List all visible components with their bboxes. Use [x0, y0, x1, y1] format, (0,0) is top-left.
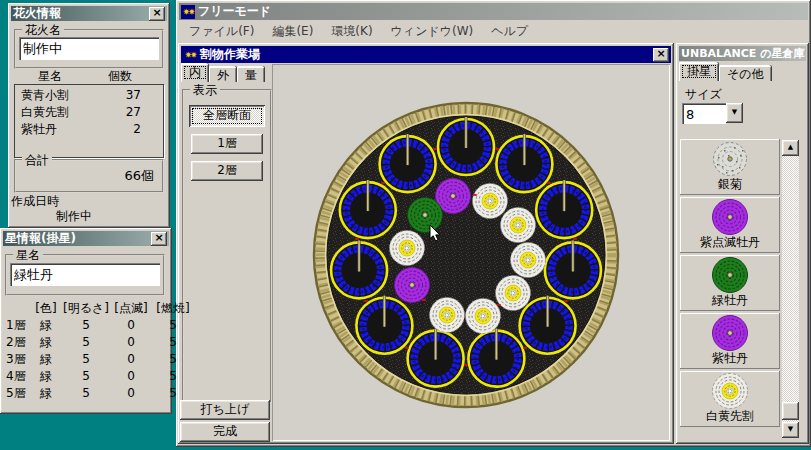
total-groupbox: 合計 66個	[14, 159, 164, 193]
layer-burn: 5	[152, 385, 194, 402]
total-group-label: 合計	[22, 152, 52, 169]
star-warehouse-window: UNBALANCE の星倉庫 掛星その他 サイズ 8 ▼ 銀菊紫点滅牡丹緑牡丹紫…	[676, 43, 809, 444]
star-count-row-1[interactable]: 白黄先割27	[15, 104, 163, 121]
star-name-input[interactable]: 緑牡丹	[10, 263, 160, 286]
warehouse-item-label: 銀菊	[718, 177, 742, 191]
warehouse-item-3[interactable]: 紫牡丹	[680, 313, 780, 369]
main-window-title: フリーモード	[198, 3, 271, 20]
menu-item-0[interactable]: ファイル(F)	[189, 23, 254, 40]
warehouse-item-1[interactable]: 紫点滅牡丹	[680, 197, 780, 253]
layer-color: 緑	[30, 368, 62, 385]
mdi-client-area: ✷✷ 割物作業場 × 内外量 表示 全層断面1層2層 打ち上げ 完成	[178, 42, 809, 445]
menu-item-3[interactable]: ウィンドウ(W)	[391, 23, 474, 40]
star-name-group-label: 星名	[13, 247, 43, 264]
star-count-row-0[interactable]: 黄青小割37	[15, 87, 163, 104]
view-button-1[interactable]: 1層	[191, 134, 263, 154]
star-count-value: 2	[105, 121, 141, 138]
star-count-row-2[interactable]: 紫牡丹2	[15, 121, 163, 138]
layer-brightness: 5	[62, 351, 110, 368]
view-button-2[interactable]: 2層	[191, 161, 263, 181]
view-button-0[interactable]: 全層断面	[189, 105, 265, 127]
main-titlebar[interactable]: ✷✷ フリーモード	[179, 3, 808, 20]
warehouse-titlebar[interactable]: UNBALANCE の星倉庫	[679, 46, 806, 61]
fireworks-info-title: 花火情報	[13, 6, 61, 21]
shell-canvas[interactable]	[272, 64, 670, 441]
workshop-tab-2[interactable]: 量	[237, 66, 265, 82]
view-buttons: 全層断面1層2層	[184, 105, 270, 181]
layer-label: 1層	[4, 317, 30, 334]
workshop-title: 割物作業場	[200, 46, 260, 63]
display-group-label: 表示	[190, 82, 220, 99]
total-value: 66個	[124, 167, 154, 185]
layer-color: 緑	[30, 385, 62, 402]
star-name-groupbox: 星名 緑牡丹	[5, 254, 165, 296]
scroll-down-button[interactable]: ▼	[782, 422, 799, 438]
warehouse-item-2[interactable]: 緑牡丹	[680, 255, 780, 311]
layer-row-3: 4層緑505	[4, 368, 194, 385]
layer-color: 緑	[30, 334, 62, 351]
scroll-up-button[interactable]: ▲	[782, 140, 799, 156]
star-info-window: 星情報(掛星) × 星名 緑牡丹 [色][明るさ][点滅][燃焼]1層緑5052…	[0, 228, 172, 414]
star-info-titlebar[interactable]: 星情報(掛星) ×	[3, 231, 169, 246]
warehouse-item-0[interactable]: 銀菊	[680, 139, 780, 195]
fireworks-info-titlebar[interactable]: 花火情報 ×	[11, 6, 167, 21]
warehouse-tab-0[interactable]: 掛星	[679, 62, 719, 81]
menu-bar: ファイル(F)編集(E)環境(K)ウィンドウ(W)ヘルプ	[179, 21, 808, 41]
star-count-value: 27	[105, 104, 141, 121]
size-combo[interactable]: 8 ▼	[682, 103, 743, 124]
layer-brightness: 5	[62, 385, 110, 402]
created-label: 作成日時	[11, 193, 59, 210]
combo-dropdown-button[interactable]: ▼	[726, 103, 743, 123]
layer-color: 緑	[30, 351, 62, 368]
menu-item-2[interactable]: 環境(K)	[331, 23, 372, 40]
layer-color: 緑	[30, 317, 62, 334]
warehouse-tab-1[interactable]: その他	[719, 65, 772, 81]
layer-burn: 5	[152, 317, 194, 334]
layer-header: [明るさ]	[62, 300, 110, 317]
workshop-close-button[interactable]: ×	[653, 48, 669, 62]
menu-item-4[interactable]: ヘルプ	[491, 23, 528, 40]
finish-button[interactable]: 完成	[180, 422, 270, 442]
display-groupbox: 表示 全層断面1層2層	[182, 89, 272, 403]
layer-label: 4層	[4, 368, 30, 385]
layer-brightness: 5	[62, 334, 110, 351]
workshop-tab-row: 内外量	[181, 65, 265, 82]
workshop-titlebar[interactable]: ✷✷ 割物作業場 ×	[181, 46, 671, 63]
size-combo-value[interactable]: 8	[682, 103, 726, 124]
workshop-tab-0[interactable]: 内	[181, 63, 209, 82]
fireworks-info-close-button[interactable]: ×	[149, 7, 165, 21]
star-info-close-button[interactable]: ×	[151, 232, 167, 246]
green-star-icon	[710, 255, 750, 295]
workshop-tab-1[interactable]: 外	[209, 66, 237, 82]
warehouse-item-label: 紫牡丹	[712, 351, 748, 365]
layer-label: 3層	[4, 351, 30, 368]
desktop: ✷✷ フリーモード ファイル(F)編集(E)環境(K)ウィンドウ(W)ヘルプ ✷…	[0, 0, 811, 450]
purple-star-icon	[710, 313, 750, 353]
layer-label: 5層	[4, 385, 30, 402]
scroll-thumb[interactable]	[782, 402, 799, 420]
warehouse-item-4[interactable]: 白黄先割	[680, 371, 780, 427]
warehouse-scrollbar[interactable]: ▲ ▼	[782, 140, 799, 438]
warehouse-item-label: 白黄先割	[706, 409, 754, 423]
layer-burn: 5	[152, 368, 194, 385]
workshop-icon: ✷✷	[183, 48, 197, 62]
star-name-column-header: 星名	[38, 68, 62, 85]
launch-button[interactable]: 打ち上げ	[180, 400, 270, 420]
star-count-list[interactable]: 黄青小割37白黄先割27紫牡丹2	[14, 84, 164, 158]
fireworks-name-input[interactable]: 制作中	[19, 37, 159, 60]
warehouse-item-label: 紫点滅牡丹	[700, 235, 760, 249]
menu-item-1[interactable]: 編集(E)	[272, 23, 313, 40]
star-count-value: 37	[105, 87, 141, 104]
size-label: サイズ	[685, 86, 722, 103]
created-value: 制作中	[56, 208, 92, 225]
layer-burn: 5	[152, 334, 194, 351]
shell-cross-section[interactable]	[272, 64, 670, 441]
layer-row-4: 5層緑505	[4, 385, 194, 402]
layer-blink: 0	[110, 317, 152, 334]
warehouse-title: UNBALANCE の星倉庫	[681, 46, 804, 61]
star-count-name: 紫牡丹	[21, 121, 105, 138]
workshop-window: ✷✷ 割物作業場 × 内外量 表示 全層断面1層2層 打ち上げ 完成	[178, 43, 674, 444]
layer-brightness: 5	[62, 368, 110, 385]
star-info-title: 星情報(掛星)	[5, 231, 76, 246]
count-column-header: 個数	[108, 68, 132, 85]
